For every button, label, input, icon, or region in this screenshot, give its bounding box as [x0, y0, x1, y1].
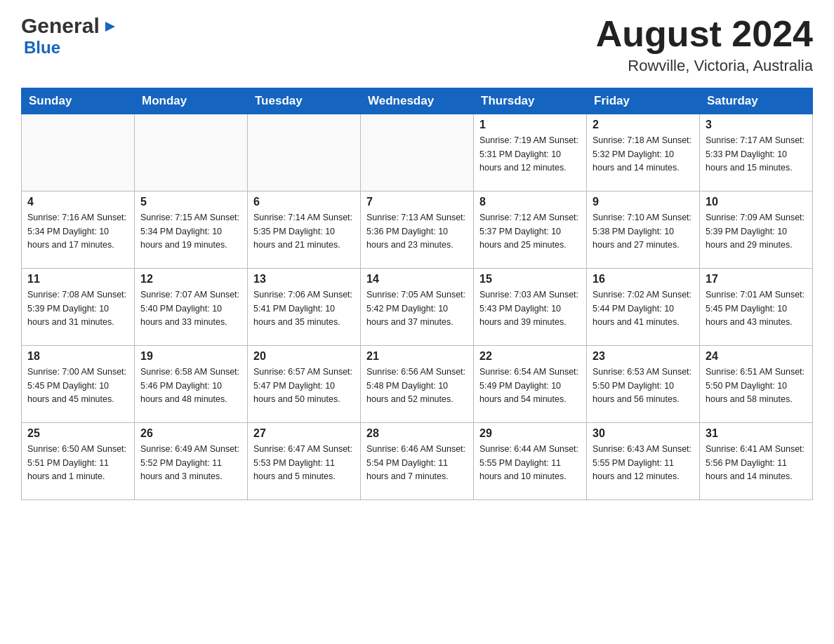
- calendar-cell: 4Sunrise: 7:16 AM Sunset: 5:34 PM Daylig…: [22, 192, 135, 269]
- day-of-week-header: Tuesday: [248, 88, 361, 114]
- calendar-body: 1Sunrise: 7:19 AM Sunset: 5:31 PM Daylig…: [22, 114, 813, 500]
- calendar-cell: 31Sunrise: 6:41 AM Sunset: 5:56 PM Dayli…: [700, 423, 813, 500]
- week-row: 18Sunrise: 7:00 AM Sunset: 5:45 PM Dayli…: [22, 346, 813, 423]
- calendar-cell: 23Sunrise: 6:53 AM Sunset: 5:50 PM Dayli…: [587, 346, 700, 423]
- logo-general-text: General: [21, 14, 100, 38]
- day-info: Sunrise: 7:05 AM Sunset: 5:42 PM Dayligh…: [366, 288, 468, 329]
- main-title: August 2024: [596, 14, 813, 54]
- day-number: 3: [706, 119, 807, 131]
- day-info: Sunrise: 7:13 AM Sunset: 5:36 PM Dayligh…: [366, 211, 468, 252]
- calendar-cell: 17Sunrise: 7:01 AM Sunset: 5:45 PM Dayli…: [700, 269, 813, 346]
- day-info: Sunrise: 7:17 AM Sunset: 5:33 PM Dayligh…: [706, 134, 807, 175]
- day-info: Sunrise: 6:49 AM Sunset: 5:52 PM Dayligh…: [140, 443, 241, 483]
- day-info: Sunrise: 7:06 AM Sunset: 5:41 PM Dayligh…: [253, 288, 355, 329]
- calendar-cell: 3Sunrise: 7:17 AM Sunset: 5:33 PM Daylig…: [700, 114, 813, 192]
- week-row: 11Sunrise: 7:08 AM Sunset: 5:39 PM Dayli…: [22, 269, 813, 346]
- calendar-cell: 5Sunrise: 7:15 AM Sunset: 5:34 PM Daylig…: [135, 192, 248, 269]
- calendar-cell: [22, 114, 135, 192]
- day-number: 29: [479, 427, 581, 440]
- day-info: Sunrise: 7:01 AM Sunset: 5:45 PM Dayligh…: [706, 288, 807, 329]
- calendar-cell: 7Sunrise: 7:13 AM Sunset: 5:36 PM Daylig…: [361, 192, 474, 269]
- day-number: 20: [253, 350, 355, 363]
- logo-triangle-icon: [101, 19, 117, 34]
- day-number: 5: [140, 196, 241, 208]
- day-number: 30: [593, 427, 694, 440]
- day-info: Sunrise: 7:19 AM Sunset: 5:31 PM Dayligh…: [479, 134, 581, 175]
- day-info: Sunrise: 7:18 AM Sunset: 5:32 PM Dayligh…: [593, 134, 694, 175]
- calendar-cell: 26Sunrise: 6:49 AM Sunset: 5:52 PM Dayli…: [135, 423, 248, 500]
- day-number: 31: [706, 427, 807, 440]
- calendar-cell: 27Sunrise: 6:47 AM Sunset: 5:53 PM Dayli…: [248, 423, 361, 500]
- day-number: 2: [593, 119, 694, 131]
- calendar-cell: 20Sunrise: 6:57 AM Sunset: 5:47 PM Dayli…: [248, 346, 361, 423]
- calendar-table: SundayMondayTuesdayWednesdayThursdayFrid…: [21, 88, 813, 500]
- logo-blue-text: Blue: [24, 38, 60, 57]
- day-info: Sunrise: 7:00 AM Sunset: 5:45 PM Dayligh…: [27, 365, 128, 406]
- calendar-cell: 14Sunrise: 7:05 AM Sunset: 5:42 PM Dayli…: [361, 269, 474, 346]
- day-number: 24: [706, 350, 807, 363]
- week-row: 1Sunrise: 7:19 AM Sunset: 5:31 PM Daylig…: [22, 114, 813, 192]
- calendar-cell: [248, 114, 361, 192]
- calendar-cell: 24Sunrise: 6:51 AM Sunset: 5:50 PM Dayli…: [700, 346, 813, 423]
- day-number: 27: [253, 427, 355, 440]
- title-section: August 2024 Rowville, Victoria, Australi…: [596, 14, 813, 75]
- calendar-cell: 28Sunrise: 6:46 AM Sunset: 5:54 PM Dayli…: [361, 423, 474, 500]
- calendar-header: SundayMondayTuesdayWednesdayThursdayFrid…: [22, 88, 813, 114]
- days-of-week-row: SundayMondayTuesdayWednesdayThursdayFrid…: [22, 88, 813, 114]
- calendar-cell: 19Sunrise: 6:58 AM Sunset: 5:46 PM Dayli…: [135, 346, 248, 423]
- day-info: Sunrise: 6:50 AM Sunset: 5:51 PM Dayligh…: [27, 443, 128, 483]
- calendar-cell: 25Sunrise: 6:50 AM Sunset: 5:51 PM Dayli…: [22, 423, 135, 500]
- day-info: Sunrise: 7:07 AM Sunset: 5:40 PM Dayligh…: [140, 288, 241, 329]
- day-number: 14: [366, 273, 468, 286]
- calendar-cell: [135, 114, 248, 192]
- day-number: 4: [27, 196, 128, 208]
- day-number: 1: [479, 119, 581, 131]
- day-info: Sunrise: 7:03 AM Sunset: 5:43 PM Dayligh…: [479, 288, 581, 329]
- day-number: 21: [366, 350, 468, 363]
- day-info: Sunrise: 7:09 AM Sunset: 5:39 PM Dayligh…: [706, 211, 807, 252]
- day-number: 12: [140, 273, 241, 286]
- day-number: 16: [593, 273, 694, 286]
- week-row: 25Sunrise: 6:50 AM Sunset: 5:51 PM Dayli…: [22, 423, 813, 500]
- calendar-cell: 12Sunrise: 7:07 AM Sunset: 5:40 PM Dayli…: [135, 269, 248, 346]
- day-info: Sunrise: 7:08 AM Sunset: 5:39 PM Dayligh…: [27, 288, 128, 329]
- day-info: Sunrise: 7:12 AM Sunset: 5:37 PM Dayligh…: [479, 211, 581, 252]
- day-info: Sunrise: 6:53 AM Sunset: 5:50 PM Dayligh…: [593, 365, 694, 406]
- calendar-cell: 8Sunrise: 7:12 AM Sunset: 5:37 PM Daylig…: [474, 192, 587, 269]
- calendar-cell: [361, 114, 474, 192]
- day-number: 17: [706, 273, 807, 286]
- day-number: 11: [27, 273, 128, 286]
- day-info: Sunrise: 6:54 AM Sunset: 5:49 PM Dayligh…: [479, 365, 581, 406]
- subtitle: Rowville, Victoria, Australia: [596, 57, 813, 75]
- day-info: Sunrise: 7:10 AM Sunset: 5:38 PM Dayligh…: [593, 211, 694, 252]
- day-of-week-header: Saturday: [700, 88, 813, 114]
- day-number: 15: [479, 273, 581, 286]
- day-of-week-header: Friday: [587, 88, 700, 114]
- day-number: 13: [253, 273, 355, 286]
- calendar-cell: 18Sunrise: 7:00 AM Sunset: 5:45 PM Dayli…: [22, 346, 135, 423]
- day-number: 6: [253, 196, 355, 208]
- day-info: Sunrise: 6:56 AM Sunset: 5:48 PM Dayligh…: [366, 365, 468, 406]
- calendar-cell: 22Sunrise: 6:54 AM Sunset: 5:49 PM Dayli…: [474, 346, 587, 423]
- day-info: Sunrise: 6:57 AM Sunset: 5:47 PM Dayligh…: [253, 365, 355, 406]
- day-number: 23: [593, 350, 694, 363]
- page-header: General Blue August 2024 Rowville, Victo…: [21, 14, 813, 75]
- calendar-cell: 16Sunrise: 7:02 AM Sunset: 5:44 PM Dayli…: [587, 269, 700, 346]
- calendar-cell: 13Sunrise: 7:06 AM Sunset: 5:41 PM Dayli…: [248, 269, 361, 346]
- day-info: Sunrise: 6:44 AM Sunset: 5:55 PM Dayligh…: [479, 443, 581, 483]
- day-number: 18: [27, 350, 128, 363]
- day-number: 19: [140, 350, 241, 363]
- day-info: Sunrise: 6:41 AM Sunset: 5:56 PM Dayligh…: [706, 443, 807, 483]
- day-info: Sunrise: 6:47 AM Sunset: 5:53 PM Dayligh…: [253, 443, 355, 483]
- calendar-cell: 10Sunrise: 7:09 AM Sunset: 5:39 PM Dayli…: [700, 192, 813, 269]
- logo: General Blue: [21, 14, 117, 58]
- day-of-week-header: Thursday: [474, 88, 587, 114]
- day-number: 9: [593, 196, 694, 208]
- calendar-cell: 15Sunrise: 7:03 AM Sunset: 5:43 PM Dayli…: [474, 269, 587, 346]
- day-of-week-header: Sunday: [22, 88, 135, 114]
- calendar-cell: 6Sunrise: 7:14 AM Sunset: 5:35 PM Daylig…: [248, 192, 361, 269]
- day-info: Sunrise: 7:15 AM Sunset: 5:34 PM Dayligh…: [140, 211, 241, 252]
- calendar-cell: 30Sunrise: 6:43 AM Sunset: 5:55 PM Dayli…: [587, 423, 700, 500]
- calendar-cell: 9Sunrise: 7:10 AM Sunset: 5:38 PM Daylig…: [587, 192, 700, 269]
- day-of-week-header: Monday: [135, 88, 248, 114]
